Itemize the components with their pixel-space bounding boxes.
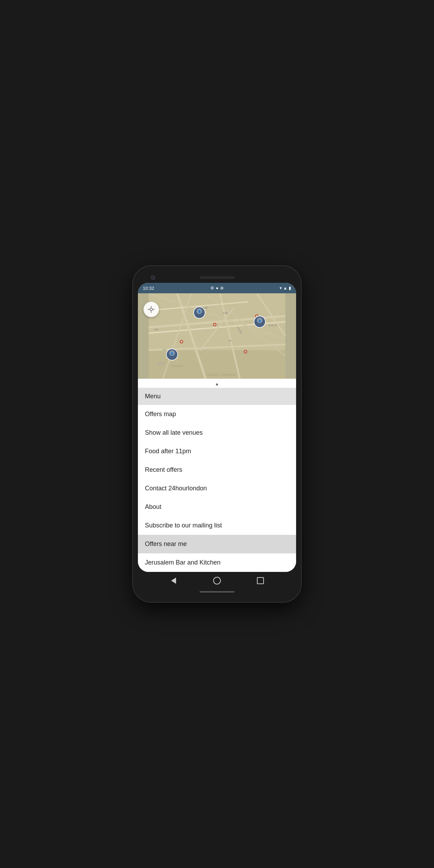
home-button[interactable] (212, 575, 222, 586)
phone-camera (150, 275, 155, 280)
menu-item-about[interactable]: About (138, 498, 296, 516)
recent-button[interactable] (255, 575, 266, 586)
menu-item-subscribe[interactable]: Subscribe to our mailing list (138, 516, 296, 535)
svg-text:RNABY: RNABY (172, 364, 184, 368)
phone-device: 10:32 ⚙ ● ⊗ ▾ ▲ ▮ (133, 266, 301, 602)
bottom-sheet: ▲ Menu Offers map Show all late venues F… (138, 379, 296, 572)
menu-item-contact[interactable]: Contact 24hourlondon (138, 479, 296, 498)
svg-text:A4: A4 (229, 339, 232, 342)
gear-icon: ⚙ (210, 286, 214, 290)
wifi-icon: ▾ (280, 286, 282, 290)
at-icon: ⊗ (220, 286, 224, 290)
circle-icon: ● (216, 286, 218, 290)
status-bar: 10:32 ⚙ ● ⊗ ▾ ▲ ▮ (138, 283, 296, 293)
gesture-bar (200, 591, 234, 593)
menu-item-offers-near-me[interactable]: Offers near me (138, 535, 296, 553)
phone-top-bar (138, 272, 296, 283)
status-left-icons: ⚙ ● ⊗ (210, 286, 224, 290)
menu-item-recent-offers[interactable]: Recent offers (138, 461, 296, 479)
battery-icon: ▮ (289, 286, 291, 290)
svg-point-36 (150, 308, 152, 310)
menu-item-show-all-late-venues[interactable]: Show all late venues (138, 424, 296, 442)
menu-item-jerusalem-bar[interactable]: Jerusalem Bar and Kitchen (138, 553, 296, 572)
svg-text:5204: 5204 (157, 362, 164, 365)
svg-text:COVENT GARDEN: COVENT GARDEN (205, 373, 236, 377)
sheet-arrow-icon: ▲ (215, 382, 219, 386)
status-time: 10:32 (143, 286, 154, 291)
svg-text:Fleet St: Fleet St (268, 324, 277, 327)
location-button[interactable] (144, 302, 159, 317)
sheet-handle[interactable]: ▲ (138, 379, 296, 388)
back-button[interactable] (168, 575, 179, 586)
map-area[interactable]: A40 A40 A4200 Fleet St A4 A4 A40 5204 RN… (138, 293, 296, 379)
menu-item-food-after-11pm[interactable]: Food after 11pm (138, 442, 296, 461)
map-svg: A40 A40 A4200 Fleet St A4 A4 A40 5204 RN… (138, 293, 296, 379)
svg-text:👤: 👤 (170, 352, 174, 355)
svg-text:👤: 👤 (258, 319, 261, 322)
gesture-bar-area (138, 589, 296, 596)
menu-item-offers-map[interactable]: Offers map (138, 405, 296, 424)
phone-speaker (200, 276, 234, 279)
navigation-bar (138, 572, 296, 589)
svg-text:A40: A40 (154, 328, 159, 331)
svg-text:👤: 👤 (198, 310, 201, 313)
svg-text:A40: A40 (223, 312, 228, 315)
svg-text:A4: A4 (163, 348, 166, 351)
phone-screen: 10:32 ⚙ ● ⊗ ▾ ▲ ▮ (138, 283, 296, 572)
menu-header: Menu (138, 388, 296, 405)
signal-icon: ▲ (283, 286, 287, 290)
status-right-icons: ▾ ▲ ▮ (280, 286, 291, 290)
